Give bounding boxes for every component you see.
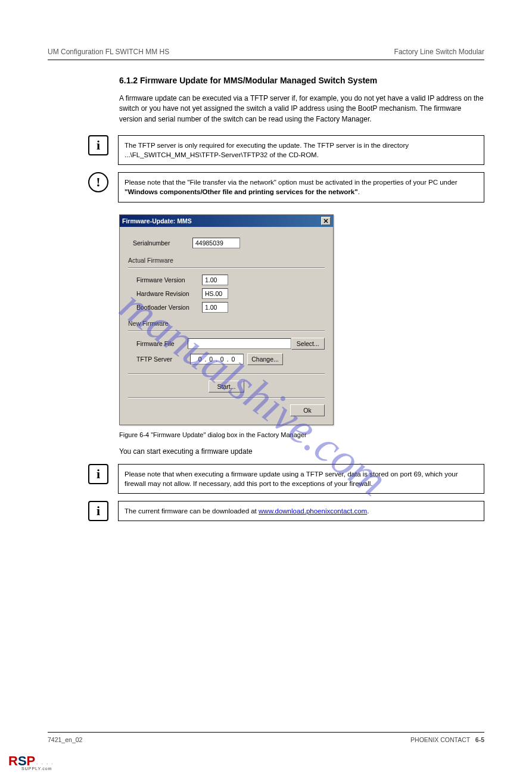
note4-suffix: . (367, 507, 369, 515)
group-rule-1 (128, 267, 325, 269)
start-button[interactable]: Start... (209, 381, 244, 392)
content-column: 6.1.2 Firmware Update for MMS/Modular Ma… (119, 76, 484, 521)
note-box-download: The current firmware can be downloaded a… (118, 501, 484, 521)
firmware-update-dialog: Firmware-Update: MMS Serialnumber 449850… (119, 214, 334, 425)
info-icon: i (88, 464, 108, 484)
hw-rev-label: Hardware Revision (136, 290, 202, 297)
fw-version-label: Firmware Version (136, 276, 202, 283)
caution-icon: ! (88, 172, 108, 192)
note-box-port69: Please note that when executing a firmwa… (118, 464, 484, 494)
note2-suffix: . (358, 188, 360, 195)
page-container: UM Configuration FL SWITCH MM HS Factory… (0, 0, 532, 552)
tftp-ip-field[interactable]: 0 . 0 . 0 . 0 (190, 354, 244, 364)
header-rule (48, 60, 484, 60)
tftp-label: TFTP Server (136, 356, 190, 363)
group-rule-3 (128, 373, 325, 375)
note-row-4: i The current firmware can be downloaded… (119, 501, 484, 521)
note2-bold: "Windows components/Other file and print… (125, 188, 358, 195)
info-icon: i (88, 501, 108, 521)
note-row-1: i The TFTP server is only required for e… (119, 135, 484, 165)
section-title: 6.1.2 Firmware Update for MMS/Modular Ma… (119, 76, 484, 85)
fw-version-row: Firmware Version 1.00 (128, 275, 325, 285)
hw-rev-field: HS.00 (202, 288, 228, 299)
ok-button[interactable]: Ok (290, 404, 325, 416)
dialog-body: Serialnumber 44985039 Actual Firmware Fi… (120, 227, 333, 425)
actual-firmware-group-label: Actual Firmware (128, 257, 325, 264)
firmware-file-field[interactable] (188, 338, 291, 349)
logo-letter-r: R (8, 753, 18, 769)
brand-logo: RSP · · · · SUPPLY.com (8, 753, 54, 771)
boot-label: Bootloader Version (136, 304, 202, 311)
dialog-footer: Ok (128, 404, 325, 416)
boot-field: 1.00 (202, 302, 228, 313)
group-rule-4 (128, 397, 325, 398)
dialog-titlebar: Firmware-Update: MMS (120, 215, 333, 227)
figure-caption: Figure 6-4 "Firmware Update" dialog box … (119, 431, 484, 438)
boot-row: Bootloader Version 1.00 (128, 302, 325, 313)
new-firmware-group-label: New Firmware (128, 320, 325, 327)
note-row-2: ! Please note that the "File transfer vi… (119, 172, 484, 202)
note-row-3: i Please note that when executing a firm… (119, 464, 484, 494)
tftp-row: TFTP Server 0 . 0 . 0 . 0 Change... (136, 353, 325, 365)
note-box-tftp-dir: The TFTP server is only required for exe… (118, 135, 484, 165)
serial-row: Serialnumber 44985039 (133, 238, 325, 248)
select-button[interactable]: Select... (291, 338, 325, 350)
note-box-windows-component: Please note that the "File transfer via … (118, 172, 484, 202)
info-icon: i (88, 135, 108, 155)
header-left: UM Configuration FL SWITCH MM HS (48, 48, 169, 56)
logo-subtext: SUPPLY.com (21, 766, 54, 771)
serial-field: 44985039 (192, 238, 240, 248)
header-right: Factory Line Switch Modular (394, 48, 484, 56)
download-link[interactable]: www.download.phoenixcontact.com (259, 507, 367, 515)
after-figure-text: You can start executing a firmware updat… (119, 447, 484, 457)
note4-text: The current firmware can be downloaded a… (125, 507, 259, 515)
change-button[interactable]: Change... (247, 353, 283, 365)
close-icon (323, 219, 328, 223)
dialog-title: Firmware-Update: MMS (122, 217, 321, 225)
footer-doc: 7421_en_02 (48, 736, 82, 743)
footer-rule (48, 732, 484, 733)
footer-page: 6-5 (475, 736, 484, 743)
close-button[interactable] (321, 217, 331, 225)
page-footer: 7421_en_02 PHOENIX CONTACT 6-5 (48, 732, 484, 743)
fw-version-field: 1.00 (202, 275, 228, 285)
logo-dots-icon: · · · · (36, 761, 54, 766)
serial-label: Serialnumber (133, 239, 192, 247)
figure-block: Firmware-Update: MMS Serialnumber 449850… (119, 214, 484, 438)
firmware-file-row: Firmware File Select... (136, 338, 325, 350)
page-header: UM Configuration FL SWITCH MM HS Factory… (48, 48, 484, 56)
group-rule-2 (128, 331, 325, 332)
hw-rev-row: Hardware Revision HS.00 (128, 288, 325, 299)
note2-prefix: Please note that the "File transfer via … (125, 179, 458, 186)
firmware-file-label: Firmware File (136, 340, 188, 347)
intro-paragraph: A firmware update can be executed via a … (119, 94, 484, 124)
footer-company: PHOENIX CONTACT (410, 736, 470, 743)
